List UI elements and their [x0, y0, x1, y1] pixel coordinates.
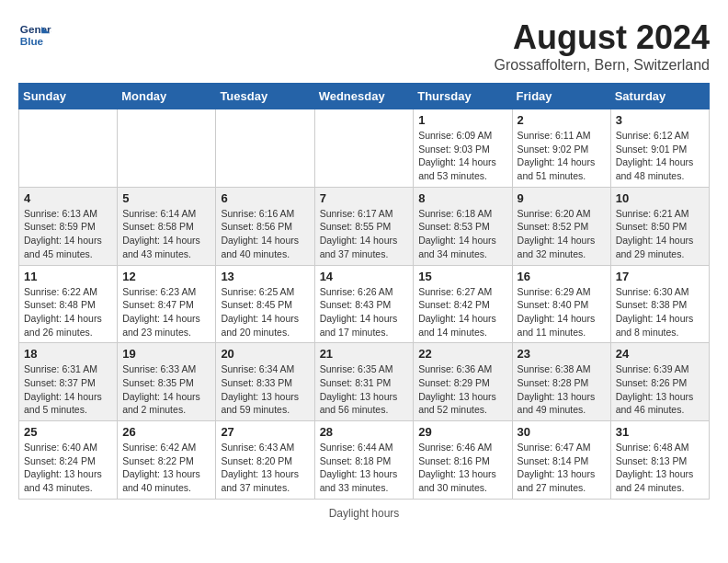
day-number: 7 — [320, 191, 409, 205]
calendar-cell: 5Sunrise: 6:14 AM Sunset: 8:58 PM Daylig… — [118, 187, 216, 265]
calendar-cell: 20Sunrise: 6:34 AM Sunset: 8:33 PM Dayli… — [216, 343, 314, 421]
day-info: Sunrise: 6:11 AM Sunset: 9:02 PM Dayligh… — [518, 129, 606, 183]
calendar-cell: 25Sunrise: 6:40 AM Sunset: 8:24 PM Dayli… — [19, 421, 118, 500]
day-info: Sunrise: 6:39 AM Sunset: 8:26 PM Dayligh… — [616, 362, 704, 417]
main-title: August 2024 — [495, 18, 710, 57]
day-info: Sunrise: 6:46 AM Sunset: 8:16 PM Dayligh… — [418, 441, 506, 495]
calendar-cell: 2Sunrise: 6:11 AM Sunset: 9:02 PM Daylig… — [512, 109, 610, 188]
week-row-1: 4Sunrise: 6:13 AM Sunset: 8:59 PM Daylig… — [19, 187, 710, 265]
footer: Daylight hours — [18, 507, 710, 520]
calendar-cell: 21Sunrise: 6:35 AM Sunset: 8:31 PM Dayli… — [314, 343, 414, 421]
day-number: 18 — [24, 347, 112, 361]
day-number: 29 — [418, 425, 506, 439]
calendar-cell: 3Sunrise: 6:12 AM Sunset: 9:01 PM Daylig… — [610, 109, 709, 188]
day-number: 28 — [320, 425, 409, 439]
calendar-cell: 15Sunrise: 6:27 AM Sunset: 8:42 PM Dayli… — [414, 265, 512, 343]
calendar-cell: 1Sunrise: 6:09 AM Sunset: 9:03 PM Daylig… — [414, 109, 512, 188]
calendar-cell — [216, 109, 314, 188]
day-info: Sunrise: 6:36 AM Sunset: 8:29 PM Dayligh… — [418, 362, 506, 417]
calendar-cell: 28Sunrise: 6:44 AM Sunset: 8:18 PM Dayli… — [314, 421, 414, 500]
day-number: 9 — [518, 191, 606, 205]
week-row-0: 1Sunrise: 6:09 AM Sunset: 9:03 PM Daylig… — [19, 109, 710, 188]
calendar-cell: 27Sunrise: 6:43 AM Sunset: 8:20 PM Dayli… — [216, 421, 314, 500]
week-row-2: 11Sunrise: 6:22 AM Sunset: 8:48 PM Dayli… — [19, 265, 710, 343]
day-info: Sunrise: 6:26 AM Sunset: 8:43 PM Dayligh… — [320, 285, 409, 339]
day-info: Sunrise: 6:29 AM Sunset: 8:40 PM Dayligh… — [518, 285, 606, 339]
day-info: Sunrise: 6:17 AM Sunset: 8:55 PM Dayligh… — [320, 207, 409, 261]
day-number: 4 — [24, 191, 112, 205]
subtitle: Grossaffoltern, Bern, Switzerland — [495, 57, 710, 74]
header-row: SundayMondayTuesdayWednesdayThursdayFrid… — [19, 84, 710, 109]
calendar-cell: 11Sunrise: 6:22 AM Sunset: 8:48 PM Dayli… — [19, 265, 118, 343]
header-cell-sunday: Sunday — [19, 84, 118, 109]
calendar-cell: 13Sunrise: 6:25 AM Sunset: 8:45 PM Dayli… — [216, 265, 314, 343]
day-number: 5 — [122, 191, 210, 205]
title-area: August 2024 Grossaffoltern, Bern, Switze… — [495, 18, 710, 74]
calendar-cell: 10Sunrise: 6:21 AM Sunset: 8:50 PM Dayli… — [610, 187, 709, 265]
day-info: Sunrise: 6:33 AM Sunset: 8:35 PM Dayligh… — [122, 362, 210, 417]
day-info: Sunrise: 6:47 AM Sunset: 8:14 PM Dayligh… — [518, 441, 606, 495]
day-number: 14 — [320, 270, 409, 283]
day-number: 26 — [122, 425, 210, 439]
calendar-cell: 14Sunrise: 6:26 AM Sunset: 8:43 PM Dayli… — [314, 265, 414, 343]
calendar-cell: 23Sunrise: 6:38 AM Sunset: 8:28 PM Dayli… — [512, 343, 610, 421]
calendar-table: SundayMondayTuesdayWednesdayThursdayFrid… — [18, 83, 710, 500]
calendar-cell: 16Sunrise: 6:29 AM Sunset: 8:40 PM Dayli… — [512, 265, 610, 343]
day-number: 27 — [221, 425, 309, 439]
day-info: Sunrise: 6:23 AM Sunset: 8:47 PM Dayligh… — [122, 285, 210, 339]
day-number: 15 — [418, 270, 506, 283]
day-number: 22 — [418, 347, 506, 361]
calendar-cell: 24Sunrise: 6:39 AM Sunset: 8:26 PM Dayli… — [610, 343, 709, 421]
calendar-cell: 4Sunrise: 6:13 AM Sunset: 8:59 PM Daylig… — [19, 187, 118, 265]
day-info: Sunrise: 6:16 AM Sunset: 8:56 PM Dayligh… — [221, 207, 309, 261]
day-info: Sunrise: 6:27 AM Sunset: 8:42 PM Dayligh… — [418, 285, 506, 339]
day-number: 20 — [221, 347, 309, 361]
day-number: 3 — [616, 113, 704, 127]
day-info: Sunrise: 6:35 AM Sunset: 8:31 PM Dayligh… — [320, 362, 409, 417]
day-number: 1 — [418, 113, 506, 127]
day-info: Sunrise: 6:34 AM Sunset: 8:33 PM Dayligh… — [221, 362, 309, 417]
day-info: Sunrise: 6:30 AM Sunset: 8:38 PM Dayligh… — [616, 285, 704, 339]
day-number: 25 — [24, 425, 112, 439]
day-info: Sunrise: 6:43 AM Sunset: 8:20 PM Dayligh… — [221, 441, 309, 495]
day-number: 23 — [518, 347, 606, 361]
day-number: 8 — [418, 191, 506, 205]
calendar-cell: 8Sunrise: 6:18 AM Sunset: 8:53 PM Daylig… — [414, 187, 512, 265]
header-cell-monday: Monday — [118, 84, 216, 109]
calendar-cell: 7Sunrise: 6:17 AM Sunset: 8:55 PM Daylig… — [314, 187, 414, 265]
day-number: 31 — [616, 425, 704, 439]
day-number: 24 — [616, 347, 704, 361]
header-cell-wednesday: Wednesday — [314, 84, 414, 109]
day-info: Sunrise: 6:42 AM Sunset: 8:22 PM Dayligh… — [122, 441, 210, 495]
logo: General Blue — [18, 18, 51, 52]
day-number: 30 — [518, 425, 606, 439]
day-number: 17 — [616, 270, 704, 283]
week-row-4: 25Sunrise: 6:40 AM Sunset: 8:24 PM Dayli… — [19, 421, 710, 500]
calendar-cell: 9Sunrise: 6:20 AM Sunset: 8:52 PM Daylig… — [512, 187, 610, 265]
logo-icon: General Blue — [18, 18, 51, 52]
day-info: Sunrise: 6:09 AM Sunset: 9:03 PM Dayligh… — [418, 129, 506, 183]
calendar-cell — [314, 109, 414, 188]
header-cell-tuesday: Tuesday — [216, 84, 314, 109]
day-number: 12 — [122, 270, 210, 283]
day-info: Sunrise: 6:21 AM Sunset: 8:50 PM Dayligh… — [616, 207, 704, 261]
day-number: 16 — [518, 270, 606, 283]
day-number: 10 — [616, 191, 704, 205]
day-info: Sunrise: 6:31 AM Sunset: 8:37 PM Dayligh… — [24, 362, 112, 417]
day-info: Sunrise: 6:13 AM Sunset: 8:59 PM Dayligh… — [24, 207, 112, 261]
calendar-cell: 30Sunrise: 6:47 AM Sunset: 8:14 PM Dayli… — [512, 421, 610, 500]
day-info: Sunrise: 6:14 AM Sunset: 8:58 PM Dayligh… — [122, 207, 210, 261]
calendar-cell: 6Sunrise: 6:16 AM Sunset: 8:56 PM Daylig… — [216, 187, 314, 265]
header: General Blue August 2024 Grossaffoltern,… — [18, 18, 710, 74]
day-number: 6 — [221, 191, 309, 205]
header-cell-thursday: Thursday — [414, 84, 512, 109]
calendar-cell: 29Sunrise: 6:46 AM Sunset: 8:16 PM Dayli… — [414, 421, 512, 500]
calendar-cell: 18Sunrise: 6:31 AM Sunset: 8:37 PM Dayli… — [19, 343, 118, 421]
calendar-cell: 19Sunrise: 6:33 AM Sunset: 8:35 PM Dayli… — [118, 343, 216, 421]
day-number: 19 — [122, 347, 210, 361]
day-number: 21 — [320, 347, 409, 361]
day-info: Sunrise: 6:20 AM Sunset: 8:52 PM Dayligh… — [518, 207, 606, 261]
header-cell-saturday: Saturday — [610, 84, 709, 109]
calendar-cell — [118, 109, 216, 188]
day-info: Sunrise: 6:18 AM Sunset: 8:53 PM Dayligh… — [418, 207, 506, 261]
